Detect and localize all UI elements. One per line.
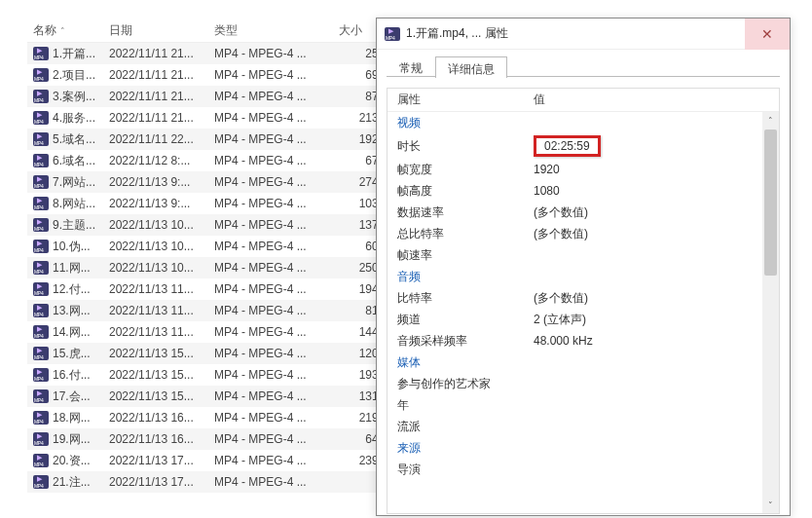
mp4-file-icon	[33, 240, 49, 253]
dialog-tabs: 常规 详细信息	[377, 50, 790, 77]
file-name: 15.虎...	[53, 346, 91, 362]
prop-label: 帧宽度	[388, 160, 524, 180]
file-row[interactable]: 3.案例...2022/11/11 21...MP4 - MPEG-4 ...8…	[27, 86, 397, 107]
file-row[interactable]: 20.资...2022/11/13 17...MP4 - MPEG-4 ...2…	[27, 450, 397, 471]
file-row[interactable]: 16.付...2022/11/13 15...MP4 - MPEG-4 ...1…	[27, 364, 397, 386]
file-row[interactable]: 21.注...2022/11/13 17...MP4 - MPEG-4 ....…	[27, 471, 397, 493]
close-button[interactable]: ✕	[745, 18, 790, 50]
file-name: 12.付...	[53, 281, 91, 298]
dialog-titlebar[interactable]: 1.开篇.mp4, ... 属性 ✕	[377, 18, 790, 50]
file-list-rows: 1.开篇...2022/11/11 21...MP4 - MPEG-4 ...2…	[27, 43, 397, 493]
file-row[interactable]: 12.付...2022/11/13 11...MP4 - MPEG-4 ...1…	[27, 278, 397, 300]
file-name: 7.网站...	[53, 174, 95, 191]
file-row[interactable]: 5.域名...2022/11/11 22...MP4 - MPEG-4 ...1…	[27, 129, 397, 150]
prop-row-bitrate[interactable]: 比特率 (多个数值)	[388, 287, 779, 309]
file-row[interactable]: 14.网...2022/11/13 11...MP4 - MPEG-4 ...1…	[27, 321, 397, 343]
prop-row-artists[interactable]: 参与创作的艺术家	[388, 373, 779, 394]
file-name: 6.域名...	[53, 153, 95, 169]
prop-label: 时长	[388, 136, 524, 157]
prop-row-director[interactable]: 导演	[388, 459, 779, 480]
prop-row-total-bitrate[interactable]: 总比特率 (多个数值)	[388, 223, 779, 244]
file-name: 16.付...	[53, 367, 91, 384]
file-date: 2022/11/13 16...	[103, 432, 208, 446]
file-row[interactable]: 15.虎...2022/11/13 15...MP4 - MPEG-4 ...1…	[27, 343, 397, 364]
column-header-date[interactable]: 日期	[103, 22, 208, 39]
file-row[interactable]: 6.域名...2022/11/12 8:...MP4 - MPEG-4 ...6…	[27, 150, 397, 171]
file-date: 2022/11/11 21...	[103, 47, 208, 60]
file-row[interactable]: 2.项目...2022/11/11 21...MP4 - MPEG-4 ...6…	[27, 64, 397, 86]
file-type: MP4 - MPEG-4 ...	[208, 218, 333, 232]
prop-row-genre[interactable]: 流派	[388, 416, 779, 437]
section-media: 媒体	[388, 352, 524, 373]
prop-value: 02:25:59	[524, 133, 779, 159]
file-type: MP4 - MPEG-4 ...	[208, 304, 333, 317]
file-name: 21.注...	[53, 474, 91, 491]
prop-label: 导演	[388, 460, 524, 480]
file-row[interactable]: 8.网站...2022/11/13 9:...MP4 - MPEG-4 ...1…	[27, 193, 397, 214]
mp4-file-icon	[33, 432, 49, 446]
file-list-header: 名称 ˄ 日期 类型 大小	[27, 19, 397, 43]
mp4-file-icon	[33, 304, 49, 317]
grid-header-property[interactable]: 属性	[388, 92, 524, 108]
file-row[interactable]: 11.网...2022/11/13 10...MP4 - MPEG-4 ...2…	[27, 257, 397, 278]
grid-header-value[interactable]: 值	[524, 92, 779, 108]
prop-row-channels[interactable]: 频道 2 (立体声)	[388, 309, 779, 330]
prop-row-frame-rate[interactable]: 帧速率	[388, 244, 779, 266]
details-scrollbar[interactable]: ˄ ˅	[762, 112, 779, 513]
file-row[interactable]: 17.会...2022/11/13 15...MP4 - MPEG-4 ...1…	[27, 386, 397, 407]
tab-details[interactable]: 详细信息	[435, 56, 507, 78]
mp4-file-icon	[33, 132, 49, 146]
scroll-up-icon[interactable]: ˄	[762, 112, 779, 129]
scroll-thumb[interactable]	[764, 130, 777, 276]
prop-row-year[interactable]: 年	[388, 394, 779, 416]
mp4-file-icon	[33, 389, 49, 403]
prop-value: 48.000 kHz	[524, 332, 779, 350]
prop-row-data-rate[interactable]: 数据速率 (多个数值)	[388, 202, 779, 223]
prop-row-frame-width[interactable]: 帧宽度 1920	[388, 159, 779, 180]
file-date: 2022/11/13 9:...	[103, 197, 208, 210]
mp4-file-icon	[33, 368, 49, 382]
file-date: 2022/11/13 9:...	[103, 175, 208, 189]
file-date: 2022/11/13 10...	[103, 218, 208, 232]
file-row[interactable]: 19.网...2022/11/13 16...MP4 - MPEG-4 ...6…	[27, 428, 397, 450]
mp4-file-icon	[33, 111, 49, 125]
details-panel: 属性 值 视频 时长 02:25:59 帧宽度 1920 帧高度 1080 数据…	[387, 88, 780, 514]
file-row[interactable]: 1.开篇...2022/11/11 21...MP4 - MPEG-4 ...2…	[27, 43, 397, 64]
scroll-down-icon[interactable]: ˅	[762, 497, 779, 513]
file-type: MP4 - MPEG-4 ...	[208, 282, 333, 296]
file-row[interactable]: 10.伪...2022/11/13 10...MP4 - MPEG-4 ...6…	[27, 236, 397, 257]
prop-row-duration[interactable]: 时长 02:25:59	[388, 133, 779, 159]
prop-row-sample-rate[interactable]: 音频采样频率 48.000 kHz	[388, 330, 779, 352]
tab-general[interactable]: 常规	[387, 56, 435, 77]
file-name: 9.主题...	[53, 217, 95, 234]
properties-dialog: 1.开篇.mp4, ... 属性 ✕ 常规 详细信息 属性 值 视频 时长 02…	[376, 18, 791, 516]
file-row[interactable]: 4.服务...2022/11/11 21...MP4 - MPEG-4 ...2…	[27, 107, 397, 129]
prop-value: (多个数值)	[524, 224, 779, 244]
file-date: 2022/11/13 10...	[103, 261, 208, 275]
file-row[interactable]: 18.网...2022/11/13 16...MP4 - MPEG-4 ...2…	[27, 407, 397, 428]
file-row[interactable]: 9.主题...2022/11/13 10...MP4 - MPEG-4 ...1…	[27, 214, 397, 236]
mp4-file-icon	[33, 90, 49, 103]
file-date: 2022/11/13 10...	[103, 240, 208, 253]
mp4-file-icon	[33, 325, 49, 339]
prop-label: 流派	[388, 417, 524, 437]
column-header-name[interactable]: 名称 ˄	[27, 22, 103, 39]
file-type: MP4 - MPEG-4 ...	[208, 90, 333, 103]
prop-value: 2 (立体声)	[524, 310, 779, 330]
file-name: 13.网...	[53, 303, 91, 319]
mp4-file-icon	[385, 27, 400, 41]
prop-label: 频道	[388, 310, 524, 330]
file-type: MP4 - MPEG-4 ...	[208, 111, 333, 125]
file-date: 2022/11/13 11...	[103, 282, 208, 296]
file-type: MP4 - MPEG-4 ...	[208, 325, 333, 339]
file-type: MP4 - MPEG-4 ...	[208, 47, 333, 60]
close-icon: ✕	[761, 26, 773, 42]
file-row[interactable]: 13.网...2022/11/13 11...MP4 - MPEG-4 ...8…	[27, 300, 397, 321]
column-header-type[interactable]: 类型	[208, 22, 333, 39]
mp4-file-icon	[33, 347, 49, 360]
file-name: 19.网...	[53, 431, 91, 448]
file-row[interactable]: 7.网站...2022/11/13 9:...MP4 - MPEG-4 ...2…	[27, 171, 397, 193]
prop-row-frame-height[interactable]: 帧高度 1080	[388, 180, 779, 202]
mp4-file-icon	[33, 261, 49, 275]
file-list-pane: 名称 ˄ 日期 类型 大小 1.开篇...2022/11/11 21...MP4…	[27, 19, 397, 518]
